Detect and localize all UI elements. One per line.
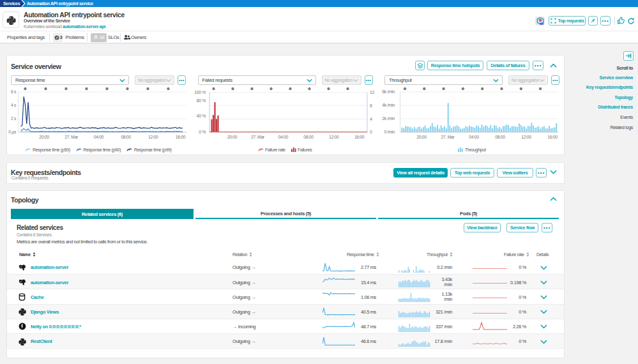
svg-text:27. Mar: 27. Mar: [251, 135, 265, 139]
svg-text:6 s: 6 s: [11, 89, 17, 94]
svg-text:40 %: 40 %: [197, 114, 206, 118]
svg-text:27. Mar: 27. Mar: [65, 135, 79, 139]
svg-text:4k /min: 4k /min: [382, 103, 395, 107]
svg-text:08:00: 08:00: [121, 135, 131, 139]
svg-text:0 %: 0 %: [199, 130, 206, 134]
svg-text:08:00: 08:00: [495, 135, 505, 139]
svg-text:0: 0: [370, 130, 372, 134]
svg-text:0 µs: 0 µs: [8, 130, 17, 135]
svg-text:04:00: 04:00: [94, 135, 104, 139]
svg-text:16:00: 16:00: [176, 135, 186, 139]
svg-text:2k /min: 2k /min: [382, 116, 395, 121]
svg-text:20:00: 20:00: [227, 135, 238, 139]
svg-text:4: 4: [370, 117, 372, 121]
svg-text:20:00: 20:00: [39, 135, 49, 139]
svg-text:8: 8: [370, 103, 372, 108]
svg-text:04:00: 04:00: [278, 135, 288, 139]
svg-text:6k /min: 6k /min: [382, 89, 395, 94]
svg-text:20:00: 20:00: [416, 135, 427, 139]
svg-text:2 s: 2 s: [11, 116, 17, 121]
svg-text:12: 12: [370, 90, 374, 95]
svg-text:0 /min: 0 /min: [384, 130, 395, 134]
svg-text:27. Mar: 27. Mar: [441, 135, 455, 139]
svg-text:4 s: 4 s: [11, 103, 17, 107]
svg-text:12:00: 12:00: [148, 135, 158, 139]
svg-text:16:00: 16:00: [354, 135, 365, 139]
svg-text:100 %: 100 %: [194, 90, 206, 95]
svg-text:12:00: 12:00: [521, 135, 531, 139]
svg-text:80 %: 80 %: [197, 98, 206, 103]
svg-text:08:00: 08:00: [303, 135, 314, 139]
svg-text:04:00: 04:00: [469, 135, 479, 139]
svg-text:12:00: 12:00: [329, 135, 339, 139]
svg-text:16:00: 16:00: [547, 135, 558, 139]
